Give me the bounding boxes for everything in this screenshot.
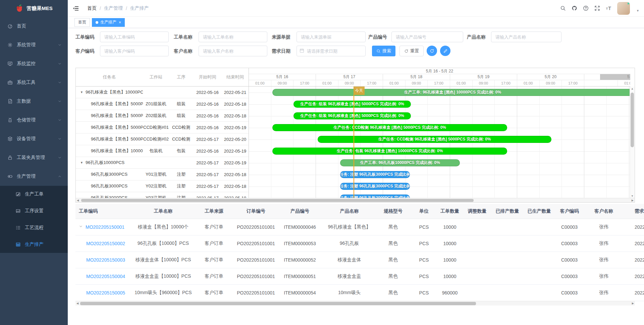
- horizontal-scroll-thumb[interactable]: [81, 199, 474, 202]
- text-input-产品编号[interactable]: [391, 32, 463, 42]
- table-row: MO20220515000296孔孔板【10000】PCS客户订单PO20220…: [75, 235, 644, 252]
- gantt-bar-task[interactable]: 生产任务: 组装 96孔移液盒 [黑色] 5000PCS 完成比例: 0%: [293, 101, 411, 108]
- gantt-grid-row[interactable]: 96孔移液盒【黑色】5000PCSZ02组装机组装2022-05-162022-…: [76, 110, 249, 122]
- font-size-icon[interactable]: TT: [606, 5, 611, 11]
- gantt-bar-label: 生产任务: 注塑 96孔孔板3000PCS 完成比例: 0%: [340, 183, 410, 189]
- gantt-start-date: 2022-05-17: [193, 172, 222, 177]
- horizontal-scroll-thumb[interactable]: [80, 302, 476, 305]
- table-cell: 10000: [437, 235, 463, 252]
- text-input-客户编码[interactable]: [100, 46, 169, 56]
- gantt-horizontal-scrollbar[interactable]: ◀ ▶: [76, 198, 635, 202]
- gantt-workstation: Z01组装机: [143, 101, 169, 107]
- scroll-right-arrow[interactable]: ▶: [632, 198, 634, 203]
- gantt-task-name-label: 96孔移液盒【黑色】5000PCS: [91, 124, 143, 130]
- sidebar-subitem-工序设置[interactable]: 工序设置: [0, 203, 68, 219]
- filter-label-产品名称: 产品名称: [467, 32, 490, 42]
- sidebar-item-6[interactable]: 设备管理: [0, 129, 68, 148]
- breadcrumb-separator: /: [126, 6, 127, 11]
- gantt-grid-row[interactable]: 96孔移液盒【黑色】5000PCSCCD检测#01CCD检测2022-05-16…: [76, 122, 249, 133]
- scroll-up-arrow[interactable]: ▲: [630, 87, 635, 90]
- table-cell: 2022: [624, 268, 644, 284]
- edit-round-button[interactable]: [440, 46, 450, 56]
- sidebar-subitem-生产工单[interactable]: 生产工单: [0, 186, 68, 203]
- gantt-bar-label: 生产任务: CCD检测 96孔移液盒 [黑色] 5000PCS 完成比例: 0%: [333, 125, 446, 130]
- gantt-task-name: ▼96孔移液盒【黑色】10000PCS: [76, 89, 143, 95]
- text-input-客户名称[interactable]: [199, 46, 267, 56]
- breadcrumb-production-management[interactable]: 生产管理: [104, 5, 123, 11]
- gantt-grid-row[interactable]: 96孔移液盒【黑色】10000PCS包装机包装2022-05-162022-05…: [76, 145, 249, 157]
- gantt-start-date: 2022-05-16: [193, 149, 222, 154]
- gantt-grid-row[interactable]: 96孔孔板3000PCSY03注塑机注塑2022-05-172022-05-18: [76, 192, 249, 198]
- gantt-bar-blue[interactable]: 生产任务: 注塑 96孔孔板3000PCS 完成比例: 0%: [340, 183, 410, 190]
- gantt-grid-row[interactable]: 96孔孔板3000PCSY02注塑机注塑2022-05-172022-05-18: [76, 180, 249, 192]
- breadcrumb-home[interactable]: 首页: [87, 5, 97, 11]
- text-input-产品名称[interactable]: [491, 32, 561, 42]
- work-order-link[interactable]: MO202205150003: [86, 257, 125, 263]
- breadcrumb-production-scheduling: 生产排产: [130, 5, 149, 11]
- scroll-down-arrow[interactable]: ▼: [630, 195, 635, 198]
- scroll-right-arrow[interactable]: ▶: [632, 301, 634, 306]
- scroll-left-arrow[interactable]: ◀: [76, 301, 78, 306]
- gantt-bar-task[interactable]: 生产任务: CCD检测 96孔移液盒 [黑色] 5000PCS 完成比例: 0%: [318, 136, 551, 143]
- tree-collapse-icon[interactable]: ▼: [80, 161, 83, 164]
- table-horizontal-scrollbar[interactable]: ◀ ▶: [75, 301, 635, 306]
- sidebar-item-2[interactable]: 系统监控: [0, 54, 68, 73]
- sidebar-item-8[interactable]: 生产管理: [0, 167, 68, 186]
- tab-production-scheduling[interactable]: 生产排产 ×: [92, 18, 125, 27]
- table-cell: 移液盒盒体: [324, 252, 375, 268]
- table-cell: 96孔孔板: [324, 235, 375, 252]
- gantt-grid-row[interactable]: 96孔移液盒【黑色】5000PCSZ01组装机组装2022-05-162022-…: [76, 98, 249, 110]
- filter-label-需求日期: 需求日期: [272, 46, 295, 56]
- sidebar-subitem-工艺流程[interactable]: 工艺流程: [0, 219, 68, 236]
- work-order-link[interactable]: MO202205150005: [86, 290, 125, 295]
- sidebar-item-4[interactable]: 主数据: [0, 92, 68, 111]
- search-button[interactable]: 搜索: [372, 46, 395, 56]
- text-input-来源单据[interactable]: [297, 32, 366, 42]
- gantt-bar-task[interactable]: 生产任务: 包装 96孔移液盒 [黑色] 10000PCS 完成比例: 0%: [272, 148, 507, 155]
- close-icon[interactable]: ×: [119, 20, 121, 24]
- text-input-工单编码[interactable]: [100, 32, 169, 42]
- gantt-grid-row[interactable]: ▼96孔孔板10000PCS2022-05-172022-05-19: [76, 157, 249, 169]
- breadcrumb-separator: /: [100, 6, 101, 11]
- table-cell: [523, 252, 555, 268]
- search-icon[interactable]: [560, 5, 566, 11]
- gantt-bar-parent[interactable]: 生产工单: 96孔移液盒 [黑色] 10000PCS 完成比例: 0%: [272, 89, 630, 96]
- hamburger-icon[interactable]: [68, 5, 84, 11]
- tabs-bar: 首页 生产排产 ×: [68, 17, 644, 28]
- date-input-需求日期[interactable]: [297, 46, 366, 56]
- gantt-grid-row[interactable]: ▼96孔移液盒【黑色】10000PCS2022-05-162022-05-21: [76, 87, 249, 98]
- gantt-bar-parent[interactable]: 生产工单: 96孔孔板10000PCS 完成比例: 0%: [340, 159, 460, 166]
- sidebar-subitem-生产排产[interactable]: 生产排产: [0, 236, 68, 253]
- caret-down-icon[interactable]: ▼: [636, 9, 639, 12]
- avatar[interactable]: [617, 2, 630, 15]
- text-input-工单名称[interactable]: [199, 32, 267, 42]
- work-order-link[interactable]: MO202205150004: [86, 274, 125, 279]
- fullscreen-icon[interactable]: [594, 5, 600, 11]
- tree-collapse-icon[interactable]: ▼: [80, 91, 83, 94]
- gantt-grid-row[interactable]: 96孔移液盒【黑色】5000PCSCCD检测#02CCD检测2022-05-17…: [76, 133, 249, 145]
- gantt-bar-blue[interactable]: 生产任务: 注塑 96孔孔板3000PCS 完成比例: 0%: [340, 171, 410, 178]
- refresh-round-button[interactable]: [427, 46, 437, 56]
- gantt-bar-task[interactable]: 生产任务: CCD检测 96孔移液盒 [黑色] 5000PCS 完成比例: 0%: [272, 124, 507, 131]
- gantt-grid-row[interactable]: 96孔孔板3000PCSY01注塑机注塑2022-05-172022-05-18: [76, 169, 249, 180]
- gantt-task-name: ▼96孔孔板10000PCS: [76, 160, 143, 166]
- reset-button[interactable]: 重置: [399, 46, 424, 56]
- expand-row-icon[interactable]: [79, 224, 83, 228]
- tab-home[interactable]: 首页: [74, 18, 90, 27]
- vertical-scroll-thumb[interactable]: [631, 93, 634, 147]
- work-order-link[interactable]: MO202205150002: [86, 241, 125, 246]
- sidebar-item-3[interactable]: 系统工具: [0, 73, 68, 92]
- sidebar-item-5[interactable]: 仓储管理: [0, 111, 68, 129]
- gantt-bar-task[interactable]: 生产任务: 组装 96孔移液盒 [黑色] 5000PCS 完成比例: 0%: [293, 112, 411, 119]
- sidebar-item-7[interactable]: 工装夹具管理: [0, 148, 68, 167]
- scroll-left-arrow[interactable]: ◀: [77, 198, 79, 203]
- table-cell: 10000: [437, 268, 463, 284]
- table-column-header-客户名称: 客户名称: [584, 204, 624, 219]
- work-order-link[interactable]: MO202205150001: [86, 224, 124, 230]
- gantt-hour-cell: 01:00: [383, 80, 406, 86]
- sidebar-item-0[interactable]: 首页: [0, 17, 68, 36]
- help-icon[interactable]: [583, 5, 589, 11]
- gantt-vertical-scrollbar[interactable]: ▲ ▼: [630, 87, 635, 198]
- sidebar-item-1[interactable]: 系统管理: [0, 36, 68, 54]
- github-icon[interactable]: [572, 5, 577, 11]
